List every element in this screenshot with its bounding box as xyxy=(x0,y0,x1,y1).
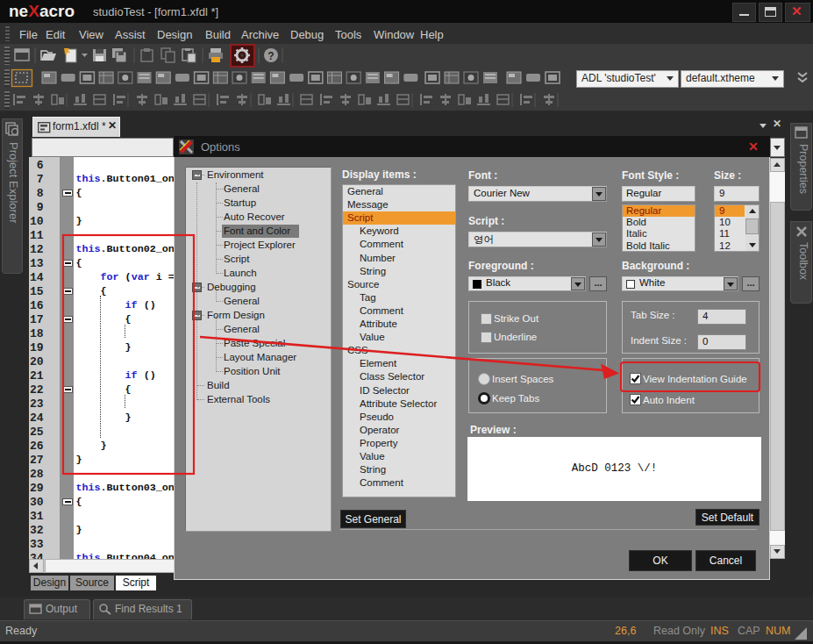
svg-text:?: ? xyxy=(267,50,274,62)
